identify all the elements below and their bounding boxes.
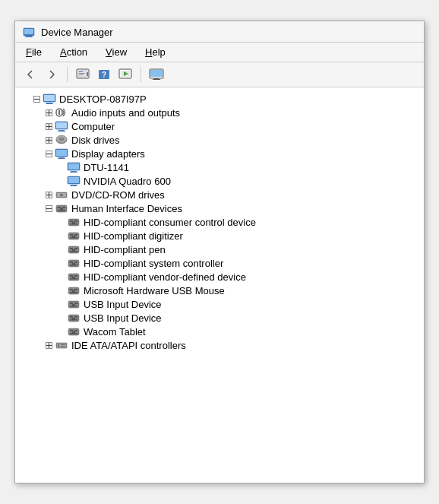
svg-rect-79 — [72, 236, 75, 237]
svg-rect-94 — [72, 277, 75, 278]
svg-rect-73 — [74, 220, 77, 222]
help-button[interactable]: ? — [95, 65, 113, 84]
svg-rect-68 — [62, 207, 65, 208]
svg-rect-22 — [44, 95, 55, 101]
expand-icon-audio[interactable] — [43, 106, 55, 119]
svg-rect-53 — [70, 172, 77, 173]
svg-rect-103 — [74, 303, 77, 304]
tree-item-hid2[interactable]: HID-compliant digitizer — [18, 229, 421, 242]
hid2-label: HID-compliant digitizer — [84, 230, 183, 242]
tree-item-wacom[interactable]: Wacom Tablet — [18, 325, 421, 338]
tree-item-disk[interactable]: Disk drives — [18, 133, 421, 147]
svg-rect-112 — [70, 330, 73, 331]
expand-icon-dvd[interactable] — [43, 189, 55, 201]
svg-rect-74 — [72, 222, 75, 223]
svg-rect-78 — [74, 234, 77, 236]
tree-item-hid3[interactable]: HID-compliant pen — [18, 242, 421, 256]
computer-label: Computer — [71, 121, 115, 132]
svg-rect-75 — [70, 223, 77, 225]
tree-item-computer[interactable]: Computer — [18, 119, 421, 133]
ide-icon — [55, 339, 68, 351]
hid4-label: HID-compliant system controller — [84, 258, 223, 269]
tree-item-audio[interactable]: Audio inputs and outputs — [18, 106, 421, 119]
usb2-label: USB Input Device — [84, 312, 162, 324]
device-manager-window: Device Manager File Action View Help — [14, 21, 425, 483]
root-label: DESKTOP-087I97P — [59, 94, 147, 105]
tree-item-root[interactable]: DESKTOP-087I97P — [18, 92, 421, 106]
tree-item-usb2[interactable]: USB Input Device — [18, 311, 421, 325]
tree-item-display[interactable]: Display adapters — [18, 147, 421, 160]
svg-rect-109 — [72, 318, 75, 319]
expand-icon-hid[interactable] — [43, 202, 55, 214]
expand-icon-ide[interactable] — [43, 339, 55, 351]
menu-file[interactable]: File — [23, 45, 45, 59]
svg-rect-7 — [79, 73, 85, 74]
svg-rect-3 — [25, 36, 33, 37]
update-button[interactable] — [116, 65, 134, 84]
forward-button[interactable] — [43, 65, 61, 84]
tree-item-ide[interactable]: IDE ATA/ATAPI controllers — [18, 338, 421, 352]
expand-icon-disk[interactable] — [43, 134, 55, 146]
svg-point-43 — [61, 138, 62, 140]
expand-icon-computer[interactable] — [43, 120, 55, 132]
svg-rect-92 — [70, 275, 73, 277]
hid-label: Human Interface Devices — [71, 203, 182, 214]
svg-rect-104 — [72, 304, 75, 306]
svg-rect-82 — [70, 248, 73, 249]
svg-rect-98 — [74, 289, 77, 290]
disk-label: Disk drives — [71, 135, 120, 146]
svg-rect-34 — [56, 122, 67, 128]
nvidia-icon — [67, 175, 81, 187]
display-icon — [55, 147, 68, 160]
svg-rect-85 — [70, 251, 77, 252]
svg-rect-70 — [58, 210, 65, 211]
svg-rect-72 — [70, 220, 73, 222]
tree-item-usb1[interactable]: USB Input Device — [18, 297, 421, 311]
svg-rect-55 — [68, 177, 79, 183]
tree-item-hid4[interactable]: HID-compliant system controller — [18, 256, 421, 270]
expand-icon-display[interactable] — [43, 147, 55, 160]
tree-item-dvd[interactable]: DVD/CD-ROM drives — [18, 188, 421, 201]
hid4-icon — [67, 257, 81, 269]
hid1-icon — [67, 216, 81, 228]
usb2-icon — [67, 312, 81, 324]
svg-rect-95 — [70, 278, 77, 280]
svg-rect-88 — [74, 262, 77, 263]
properties-button[interactable] — [74, 65, 92, 84]
mouse-label: Microsoft Hardware USB Mouse — [84, 285, 225, 296]
display-label: Display adapters — [71, 148, 145, 160]
tree-item-dtu[interactable]: DTU-1141 — [18, 160, 421, 174]
wacom-icon — [67, 325, 81, 338]
menu-action[interactable]: Action — [57, 45, 90, 59]
tree-area[interactable]: DESKTOP-087I97P Audio inputs and outputs — [15, 87, 424, 483]
menu-help[interactable]: Help — [142, 45, 169, 59]
svg-rect-99 — [72, 290, 75, 292]
svg-rect-17 — [154, 78, 159, 79]
dtu-label: DTU-1141 — [84, 162, 129, 173]
dvd-label: DVD/CD-ROM drives — [71, 189, 165, 201]
hid5-label: HID-compliant vendor-defined device — [84, 271, 246, 283]
svg-rect-113 — [74, 330, 77, 331]
back-button[interactable] — [21, 65, 39, 84]
dtu-icon — [67, 161, 81, 173]
usb1-icon — [67, 298, 81, 310]
toolbar-separator-2 — [141, 67, 141, 82]
svg-rect-1 — [24, 29, 33, 34]
tree-item-nvidia[interactable]: NVIDIA Quadro 600 — [18, 174, 421, 188]
svg-rect-93 — [74, 275, 77, 277]
svg-rect-49 — [58, 158, 65, 159]
computer-node-icon — [55, 120, 68, 132]
menu-view[interactable]: View — [103, 45, 130, 59]
title-bar-icon — [23, 26, 35, 38]
expand-icon-root[interactable] — [30, 93, 43, 105]
tree-item-hid[interactable]: Human Interface Devices — [18, 201, 421, 215]
svg-rect-18 — [153, 79, 160, 80]
tree-item-hid1[interactable]: HID-compliant consumer control device — [18, 215, 421, 229]
svg-rect-105 — [70, 306, 77, 307]
tree-item-hid5[interactable]: HID-compliant vendor-defined device — [18, 270, 421, 284]
svg-rect-52 — [71, 171, 77, 172]
svg-rect-29 — [58, 110, 60, 115]
monitor-button[interactable] — [147, 65, 166, 84]
svg-rect-23 — [46, 103, 52, 103]
tree-item-mouse[interactable]: Microsoft Hardware USB Mouse — [18, 284, 421, 297]
